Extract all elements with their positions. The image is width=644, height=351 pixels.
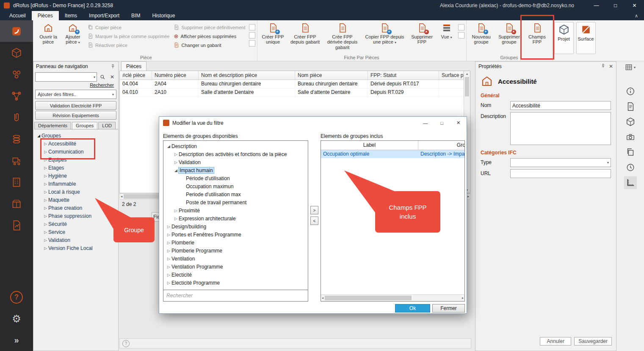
horizontal-scrollbar[interactable]: ◂ ▸ — [321, 294, 464, 301]
delete-fpp-button[interactable]: Supprimer FPP — [408, 21, 436, 54]
column-header[interactable]: Nom et description pièce — [199, 71, 295, 80]
close-icon[interactable]: ✕ — [609, 63, 613, 69]
create-fpp-derived-button[interactable]: Crée FPP dérivée depuis gabarit — [323, 21, 362, 54]
sidebar-item-systems[interactable] — [0, 85, 33, 107]
files-icon[interactable] — [626, 148, 635, 157]
nom-input[interactable]: Accessibilité — [510, 101, 611, 110]
dialog-close-button[interactable]: ✕ — [450, 117, 467, 129]
table-row[interactable]: 04.004 2A04 Bureau chirurgien dentaire B… — [120, 80, 464, 88]
tree-item[interactable]: ▷Phase suppression — [33, 212, 118, 220]
dialog-minimize-button[interactable]: — — [417, 117, 434, 129]
open-room-button[interactable]: Ouvrir la pièce — [37, 21, 60, 54]
measure-ruler-icon[interactable] — [626, 178, 635, 187]
tree-item[interactable]: ▷Maquette — [33, 196, 118, 204]
layout-picker-button[interactable]: ▾ — [621, 63, 640, 71]
scroll-right-icon[interactable]: ▸ — [462, 296, 464, 300]
url-input[interactable] — [510, 169, 611, 178]
move-left-button[interactable]: < — [310, 217, 318, 225]
close-button[interactable]: ✕ — [625, 0, 644, 11]
tree-item[interactable]: ▷Portes et Fenêtres Programme — [163, 230, 308, 239]
small-tool-icon[interactable] — [249, 40, 255, 47]
tree-item[interactable]: ▷Hygiène — [33, 172, 118, 180]
tree-item[interactable]: ▷Etages — [33, 164, 118, 172]
scroll-up-icon[interactable]: ▴ — [464, 72, 470, 76]
tree-item[interactable]: ▷Electicité — [163, 271, 308, 279]
copy-fpp-from-room-button[interactable]: Copier FPP depuis une pièce ▾ — [362, 21, 407, 54]
menu-tab-import-export[interactable]: Import/Export — [83, 11, 125, 20]
add-filters-dropdown[interactable]: Ajouter des filtres.. ▾ — [35, 90, 116, 99]
tab-lod[interactable]: LOD — [98, 122, 116, 129]
tree-item[interactable]: ▷Electicité Programme — [163, 279, 308, 287]
history-clock-icon[interactable] — [626, 163, 635, 172]
scroll-left-icon[interactable]: ◂ — [322, 296, 323, 300]
column-header[interactable]: FPP: Statut — [368, 71, 439, 80]
tree-item[interactable]: Periode d'utilisation max — [163, 190, 308, 198]
tree-item[interactable]: ▷Phase creation — [33, 204, 118, 212]
document-icon[interactable] — [626, 102, 635, 111]
tree-item-communication[interactable]: ▷ Communication — [33, 148, 118, 156]
table-row[interactable]: 04.010 2A10 Salle d'attente Dentaire Sal… — [120, 88, 464, 97]
column-header-label[interactable]: Label — [321, 141, 418, 150]
sidebar-item-reports[interactable] — [0, 214, 33, 236]
tree-item[interactable]: ▷Expression architecturale — [163, 214, 308, 222]
scroll-left-icon[interactable]: ◂ — [121, 195, 122, 198]
tree-item[interactable]: ▷Plomberie — [163, 239, 308, 247]
type-select[interactable]: ▾ — [510, 158, 611, 167]
menu-tab-bim[interactable]: BIM — [125, 11, 146, 20]
move-right-button[interactable]: > — [310, 206, 318, 214]
included-row-selected[interactable]: Occupation optimale Description -> Impa — [321, 150, 464, 158]
filter-button-revision-equipements[interactable]: Révision Equipements — [35, 111, 116, 120]
small-tool-icon[interactable] — [249, 32, 255, 38]
menu-tab-pieces[interactable]: Pièces — [32, 11, 59, 20]
column-header-group[interactable]: Group — [418, 141, 465, 150]
dialog-maximize-button[interactable]: □ — [434, 117, 450, 129]
search-link[interactable]: Rechercher — [33, 82, 114, 88]
sidebar-help[interactable]: ? — [0, 291, 33, 304]
tree-item[interactable]: ▷Sécurité — [33, 220, 118, 228]
sidebar-item-packages[interactable] — [0, 193, 33, 214]
tree-item[interactable]: Poste de travail permanent — [163, 198, 308, 206]
small-tool-icon[interactable] — [458, 24, 464, 30]
show-deleted-rooms-button[interactable]: ⊗ Afficher pièces supprimées — [172, 32, 247, 40]
fermer-button[interactable]: Fermer — [432, 304, 465, 313]
pin-icon[interactable] — [110, 64, 116, 69]
search-input[interactable]: ▾ — [35, 72, 97, 82]
help-icon[interactable]: ? — [122, 340, 130, 347]
scrollbar-thumb[interactable] — [325, 296, 412, 300]
sidebar-item-documents[interactable] — [0, 107, 33, 128]
tree-item[interactable]: ▷Plomberie Programme — [163, 247, 308, 255]
small-tool-icon[interactable] — [458, 32, 464, 38]
column-header[interactable]: Numéro pièce — [152, 71, 199, 80]
mark-room-deleted-button[interactable]: Marquer la pièce comme supprimée — [86, 32, 171, 40]
tab-pieces-document[interactable]: Pièces — [121, 61, 146, 71]
tree-item-impact-humain-selected[interactable]: ◢Impact humain — [163, 166, 308, 174]
sidebar-item-logistics[interactable] — [0, 150, 33, 171]
sidebar-expand[interactable]: » — [0, 335, 33, 345]
tab-departements[interactable]: Départements — [34, 122, 71, 129]
change-template-button[interactable]: Changer un gabarit — [172, 41, 247, 49]
tree-item[interactable]: Période d'utilisation — [163, 174, 308, 182]
tree-item[interactable]: ▷Local à risque — [33, 188, 118, 196]
tree-item[interactable]: ▷Proximité — [163, 206, 308, 214]
delete-room-permanently-button[interactable]: Supprimer pièce définitivement — [172, 23, 247, 31]
save-button[interactable]: Sauvegarder — [574, 337, 612, 346]
clear-search-button[interactable]: ✕ — [108, 73, 116, 81]
surface-button[interactable]: Surface — [576, 22, 596, 54]
camera-icon[interactable] — [626, 132, 635, 142]
filter-button-validation-electricite[interactable]: Validation Electricité FPP — [35, 101, 116, 110]
menu-tab-historique[interactable]: Historique — [146, 11, 181, 20]
cancel-button[interactable]: Annuler — [540, 337, 571, 346]
tree-item[interactable]: ▷Validation — [163, 158, 308, 166]
description-textarea[interactable] — [510, 112, 611, 145]
sidebar-item-items[interactable] — [0, 63, 33, 85]
scroll-right-icon[interactable]: ▸ — [467, 195, 469, 198]
tree-root-groupes[interactable]: ◢ Groupes — [33, 132, 118, 140]
sidebar-item-rooms[interactable] — [0, 20, 33, 42]
ok-button[interactable]: Ok — [395, 304, 430, 313]
tree-item[interactable]: ▷Validation — [33, 236, 118, 244]
tree-item[interactable]: ▷Version Fiche Local — [33, 244, 118, 252]
sidebar-item-finance[interactable] — [0, 128, 33, 150]
tree-item[interactable]: ▷Service — [33, 228, 118, 236]
cube-icon[interactable] — [626, 117, 635, 126]
new-group-button[interactable]: Nouveau groupe — [468, 21, 495, 54]
